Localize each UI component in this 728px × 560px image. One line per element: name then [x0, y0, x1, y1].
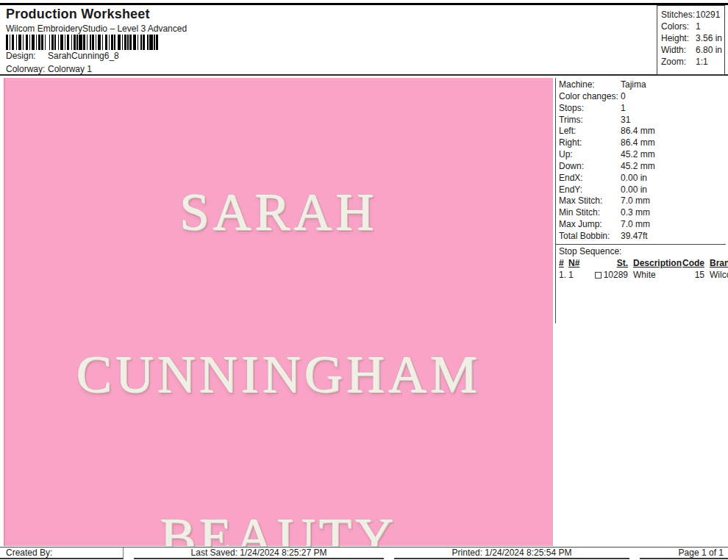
stat-zoom: Zoom:1:1 — [661, 56, 724, 68]
seq-brand: Wilcom — [704, 269, 728, 281]
printed-timestamp: Printed: 1/24/2024 8:25:54 PM — [394, 548, 629, 559]
design-barcode — [6, 35, 162, 50]
last-saved-timestamp: Last Saved: 1/24/2024 8:25:27 PM — [134, 548, 384, 559]
production-worksheet-page: Production Worksheet Wilcom EmbroiderySt… — [0, 0, 728, 560]
col-st: St. — [581, 257, 628, 269]
machine-info-panel: Machine:Tajima Color changes:0 Stops:1 T… — [555, 78, 726, 323]
design-stats-box: Stitches:10291 Colors:1 Height:3.56 in W… — [657, 5, 725, 75]
col-n: N# — [568, 257, 581, 269]
info-stops: Stops:1 — [559, 103, 726, 115]
col-num: # — [559, 257, 568, 269]
embroidery-text-line-2: CUNNINGHAM — [5, 348, 553, 403]
page-number: Page 1 of 1 — [640, 548, 728, 559]
page-title: Production Worksheet — [6, 7, 150, 22]
info-total-bobbin: Total Bobbin:39.47ft — [559, 231, 726, 243]
stop-sequence-header-row: # N# St. Description Code Brand — [559, 257, 726, 269]
colorway-label: Colorway: — [6, 64, 48, 74]
machine-info-box: Machine:Tajima Color changes:0 Stops:1 T… — [555, 78, 726, 323]
info-endy: EndY:0.00 in — [559, 184, 726, 196]
info-color-changes: Color changes:0 — [559, 91, 726, 103]
thread-color-checkbox — [595, 272, 602, 279]
design-name-row: Design:SarahCunning6_8 — [6, 51, 119, 61]
colorway-value: Colorway 1 — [48, 64, 92, 74]
col-code: Code — [682, 257, 704, 269]
info-max-jump: Max Jump:7.0 mm — [559, 219, 726, 231]
design-preview-canvas: SARAH CUNNINGHAM BEAUTY Eyelash and Eyeb… — [4, 78, 553, 546]
info-down: Down:45.2 mm — [559, 161, 726, 173]
embroidery-text-line-1: SARAH — [5, 185, 553, 240]
info-endx: EndX:0.00 in — [559, 173, 726, 184]
stat-colors: Colors:1 — [661, 21, 724, 32]
info-min-stitch: Min Stitch:0.3 mm — [559, 207, 726, 219]
info-left: Left:86.4 mm — [559, 126, 726, 137]
info-machine: Machine:Tajima — [559, 79, 726, 91]
stop-sequence-divider — [556, 244, 726, 245]
info-max-stitch: Max Stitch:7.0 mm — [559, 195, 726, 207]
stop-sequence-title: Stop Sequence: — [559, 245, 726, 257]
stat-width: Width:6.80 in — [661, 44, 724, 56]
design-value: SarahCunning6_8 — [48, 51, 119, 61]
info-right: Right:86.4 mm — [559, 137, 726, 149]
info-up: Up:45.2 mm — [559, 149, 726, 161]
created-by-label: Created By: — [0, 548, 124, 559]
info-trims: Trims:31 — [559, 115, 726, 126]
stat-height: Height:3.56 in — [661, 32, 724, 44]
header: Production Worksheet Wilcom EmbroiderySt… — [0, 3, 728, 76]
design-label: Design: — [6, 51, 48, 61]
col-description: Description — [628, 257, 682, 269]
seq-description: White — [628, 269, 682, 281]
stat-stitches: Stitches:10291 — [661, 9, 724, 21]
seq-code: 15 — [682, 269, 704, 281]
stop-sequence-row: 1. 1 10289 White 15 Wilcom — [559, 269, 726, 281]
seq-stitches: 10289 — [581, 269, 628, 281]
seq-n: 1 — [568, 269, 581, 281]
footer: Created By: Last Saved: 1/24/2024 8:25:2… — [0, 547, 728, 559]
colorway-row: Colorway:Colorway 1 — [6, 64, 92, 74]
seq-num: 1. — [559, 269, 568, 281]
col-brand: Brand — [704, 257, 728, 269]
app-version-subtitle: Wilcom EmbroideryStudio – Level 3 Advanc… — [6, 24, 187, 34]
